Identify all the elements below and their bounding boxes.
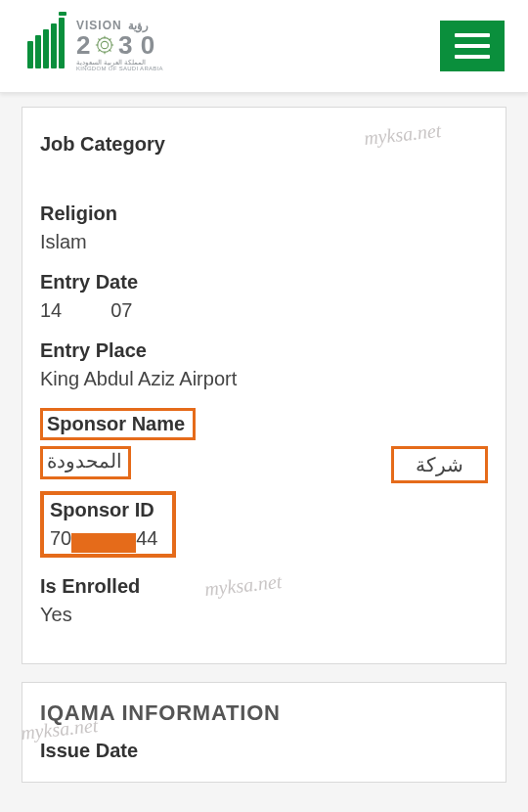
sponsor-id-suffix: 44 bbox=[136, 527, 157, 549]
page-body: myksa.net myksa.net Job Category Religio… bbox=[0, 93, 528, 783]
svg-point-0 bbox=[101, 42, 108, 49]
logo-tagline-ar: المملكة العربية السعودية bbox=[76, 59, 163, 66]
religion-label: Religion bbox=[40, 203, 488, 225]
logo: VISION رؤية 2 3 0 المملكة العربية السعود… bbox=[27, 20, 163, 72]
sponsor-id-block-highlighted: Sponsor ID 7044 bbox=[40, 491, 176, 558]
app-header: VISION رؤية 2 3 0 المملكة العربية السعود… bbox=[0, 0, 528, 93]
logo-bars-icon bbox=[27, 23, 65, 68]
sponsor-name-value-right: شركة bbox=[391, 446, 488, 483]
logo-year-2: 2 bbox=[76, 32, 91, 59]
sponsor-id-prefix: 70 bbox=[50, 527, 71, 549]
job-category-label: Job Category bbox=[40, 133, 488, 156]
religion-value: Islam bbox=[40, 231, 488, 253]
redaction-bar bbox=[71, 533, 136, 553]
sponsor-id-value: 7044 bbox=[50, 527, 158, 550]
entry-date-label: Entry Date bbox=[40, 271, 488, 293]
is-enrolled-label: Is Enrolled bbox=[40, 575, 488, 598]
entry-place-value: King Abdul Aziz Airport bbox=[40, 368, 488, 390]
issue-date-label: Issue Date bbox=[40, 740, 488, 762]
iqama-card: myksa.net IQAMA INFORMATION Issue Date bbox=[22, 682, 506, 783]
entry-place-label: Entry Place bbox=[40, 339, 488, 362]
sponsor-name-value-left: المحدودة bbox=[40, 446, 131, 479]
logo-year-30: 3 0 bbox=[118, 32, 155, 59]
hamburger-icon bbox=[455, 33, 490, 37]
sponsor-name-label-highlighted: Sponsor Name bbox=[40, 408, 196, 440]
logo-text: VISION رؤية 2 3 0 المملكة العربية السعود… bbox=[76, 20, 163, 72]
iqama-section-title: IQAMA INFORMATION bbox=[40, 697, 488, 726]
menu-button[interactable] bbox=[440, 21, 505, 71]
gear-icon bbox=[94, 34, 115, 56]
entry-date-month: 07 bbox=[110, 299, 132, 321]
entry-date-day: 14 bbox=[40, 299, 62, 321]
details-card: myksa.net myksa.net Job Category Religio… bbox=[22, 107, 506, 664]
sponsor-id-label: Sponsor ID bbox=[50, 499, 158, 521]
entry-date-value: 1407 bbox=[40, 299, 488, 322]
is-enrolled-value: Yes bbox=[40, 604, 488, 626]
logo-tagline-en: KINGDOM OF SAUDI ARABIA bbox=[76, 66, 163, 71]
